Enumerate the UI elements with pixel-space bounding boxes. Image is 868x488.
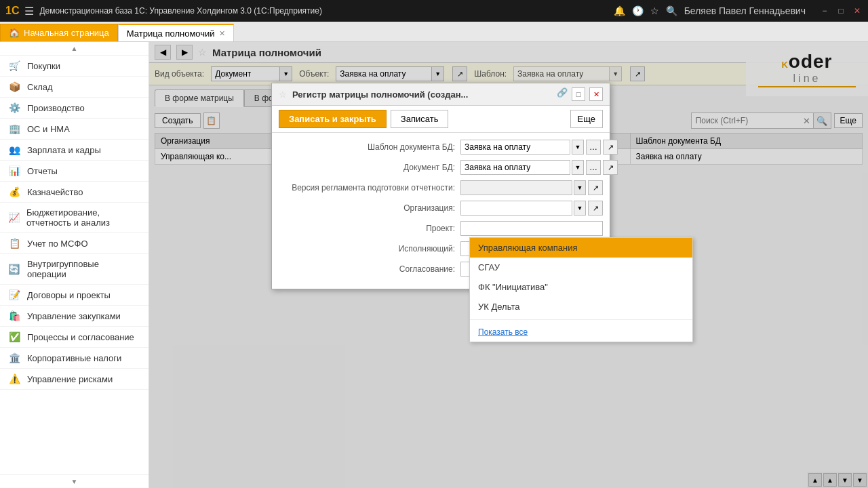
sidebar-label-purchases: Покупки <box>27 61 60 71</box>
sidebar-item-risks[interactable]: ⚠️ Управление рисками <box>0 369 149 390</box>
intergroup-icon: 🔄 <box>8 264 20 274</box>
sidebar-item-budget[interactable]: 📈 Бюджетирование, отчетность и анализ <box>0 203 149 233</box>
sidebar-label-budget: Бюджетирование, отчетность и анализ <box>26 207 140 228</box>
sidebar-label-hr: Зарплата и кадры <box>27 145 101 155</box>
sidebar: ▲ 🛒 Покупки 📦 Склад ⚙️ Производство 🏢 ОС… <box>0 42 149 488</box>
modal-close-btn[interactable]: ✕ <box>589 87 603 101</box>
sidebar-label-treasury: Казначейство <box>27 187 83 197</box>
sidebar-item-production[interactable]: ⚙️ Производство <box>0 98 149 119</box>
warehouse-icon: 📦 <box>8 81 20 92</box>
sidebar-item-purchases[interactable]: 🛒 Покупки <box>0 56 149 77</box>
modal-more-button[interactable]: Еще <box>570 110 603 128</box>
form-row-version: Версия регламента подготовки отчетности:… <box>279 180 603 195</box>
maximize-button[interactable]: □ <box>835 5 846 16</box>
save-close-button[interactable]: Записать и закрыть <box>279 110 387 128</box>
form-executor-label: Исполняющий: <box>279 244 455 253</box>
form-doc-input[interactable] <box>460 160 570 175</box>
tab-home-label: Начальная страница <box>24 28 109 38</box>
form-version-input[interactable] <box>460 180 572 195</box>
modal-maximize-btn[interactable]: □ <box>572 87 585 101</box>
sidebar-item-intergroup[interactable]: 🔄 Внутригрупповые операции <box>0 254 149 285</box>
form-project-field[interactable] <box>460 221 603 236</box>
form-version-dropdown-btn[interactable]: ▼ <box>574 180 586 195</box>
sidebar-label-reports: Отчеты <box>27 166 58 176</box>
contracts-icon: 📝 <box>8 289 20 300</box>
hamburger-icon[interactable]: ☰ <box>24 5 34 18</box>
sidebar-item-treasury[interactable]: 💰 Казначейство <box>0 182 149 203</box>
production-icon: ⚙️ <box>8 102 20 113</box>
form-org-label: Организация: <box>279 203 455 213</box>
form-org-input[interactable] <box>460 201 572 216</box>
sidebar-item-ifrs[interactable]: 📋 Учет по МСФО <box>0 233 149 254</box>
form-org-open-btn[interactable]: ↗ <box>588 201 603 216</box>
modal-star-icon[interactable]: ☆ <box>279 89 287 100</box>
taxes-icon: 🏛️ <box>8 352 20 363</box>
sidebar-item-taxes[interactable]: 🏛️ Корпоративные налоги <box>0 348 149 369</box>
form-approval-label: Согласование: <box>279 264 455 274</box>
search-icon[interactable]: 🔍 <box>666 5 677 16</box>
form-project-input[interactable] <box>460 221 603 236</box>
hr-icon: 👥 <box>8 144 20 155</box>
window-controls: − □ ✕ <box>819 5 863 16</box>
form-row-template: Шаблон документа БД: ▼ … ↗ <box>279 140 603 155</box>
sidebar-scroll-up[interactable]: ▲ <box>0 42 149 56</box>
sidebar-item-contracts[interactable]: 📝 Договоры и проекты <box>0 285 149 306</box>
org-dropdown-popup: Управляющая компания СГАУ ФК "Инициатива… <box>469 237 693 342</box>
dropdown-item-uk-delta[interactable]: УК Дельта <box>470 297 692 317</box>
dropdown-item-managing[interactable]: Управляющая компания <box>470 238 692 258</box>
form-template-field[interactable]: ▼ … ↗ <box>460 140 618 155</box>
form-doc-field[interactable]: ▼ … ↗ <box>460 160 618 175</box>
save-button[interactable]: Записать <box>391 110 449 128</box>
procurement-icon: 🛍️ <box>8 310 20 321</box>
modal-header: ☆ Регистр матрицы полномочий (создан... … <box>272 83 610 106</box>
form-template-label: Шаблон документа БД: <box>279 142 455 152</box>
sidebar-label-production: Производство <box>27 103 85 113</box>
risks-icon: ⚠️ <box>8 373 20 384</box>
sidebar-item-procurement[interactable]: 🛍️ Управление закупками <box>0 306 149 327</box>
form-doc-open-btn[interactable]: ↗ <box>603 160 618 175</box>
sidebar-item-os[interactable]: 🏢 ОС и НМА <box>0 119 149 140</box>
processes-icon: ✅ <box>8 331 20 342</box>
dropdown-divider <box>470 319 692 320</box>
bell-icon[interactable]: 🔔 <box>614 5 625 16</box>
form-doc-dropdown-btn[interactable]: ▼ <box>572 160 584 175</box>
app-logo: 1С <box>5 5 19 17</box>
form-template-open-btn[interactable]: ↗ <box>603 140 618 155</box>
close-button[interactable]: ✕ <box>852 5 863 16</box>
reports-icon: 📊 <box>8 165 20 176</box>
sidebar-label-warehouse: Склад <box>27 82 53 92</box>
minimize-button[interactable]: − <box>819 5 830 16</box>
tab-close-icon[interactable]: ✕ <box>219 29 225 38</box>
dropdown-show-all[interactable]: Показать все <box>470 323 692 342</box>
dropdown-item-fk[interactable]: ФК "Инициатива" <box>470 277 692 297</box>
treasury-icon: 💰 <box>8 186 20 197</box>
form-doc-dots-btn[interactable]: … <box>586 160 601 175</box>
star-icon[interactable]: ☆ <box>650 5 659 16</box>
form-org-field[interactable]: ▼ ↗ <box>460 201 603 216</box>
tab-home[interactable]: 🏠 Начальная страница <box>0 24 118 41</box>
history-icon[interactable]: 🕐 <box>632 5 644 16</box>
purchases-icon: 🛒 <box>8 60 20 71</box>
titlebar: 1С ☰ Демонстрационная база 1С: Управлени… <box>0 0 868 22</box>
sidebar-scroll-down[interactable]: ▼ <box>0 474 149 488</box>
dropdown-item-sgau[interactable]: СГАУ <box>470 258 692 277</box>
tab-matrix[interactable]: Матрица полномочий ✕ <box>118 24 234 41</box>
form-template-input[interactable] <box>460 140 570 155</box>
link-icon[interactable]: 🔗 <box>557 87 568 101</box>
titlebar-actions: 🔔 🕐 ☆ 🔍 Беляев Павел Геннадьевич <box>614 5 806 16</box>
sidebar-item-processes[interactable]: ✅ Процессы и согласование <box>0 327 149 348</box>
form-template-dots-btn[interactable]: … <box>586 140 601 155</box>
sidebar-item-hr[interactable]: 👥 Зарплата и кадры <box>0 140 149 161</box>
sidebar-label-processes: Процессы и согласование <box>27 332 134 342</box>
form-version-field[interactable]: ▼ ↗ <box>460 180 603 195</box>
content-area: ◀ ▶ ☆ Матрица полномочий Вид объекта: ▼ … <box>149 42 868 488</box>
sidebar-item-warehouse[interactable]: 📦 Склад <box>0 77 149 98</box>
form-version-label: Версия регламента подготовки отчетности: <box>279 183 455 192</box>
modal-toolbar: Записать и закрыть Записать Еще <box>272 106 610 133</box>
sidebar-item-reports[interactable]: 📊 Отчеты <box>0 161 149 182</box>
budget-icon: 📈 <box>8 212 20 223</box>
form-org-dropdown-btn[interactable]: ▼ <box>574 201 586 216</box>
form-template-dropdown-btn[interactable]: ▼ <box>572 140 584 155</box>
form-version-open-btn[interactable]: ↗ <box>588 180 603 195</box>
tab-matrix-label: Матрица полномочий <box>127 28 215 39</box>
